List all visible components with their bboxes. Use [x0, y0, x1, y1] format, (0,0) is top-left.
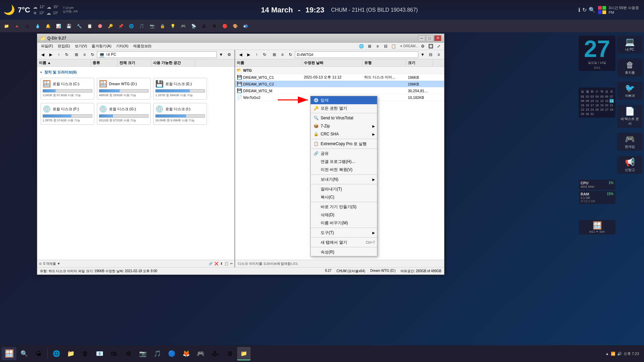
taskbar-game2[interactable]: 🕹: [208, 347, 222, 360]
app-icon-6[interactable]: 📊: [54, 21, 63, 31]
taskbar-terminal[interactable]: 🖥: [223, 347, 236, 360]
taskbar-explorer[interactable]: 📁: [64, 347, 77, 360]
app-icon-13[interactable]: 🌐: [126, 21, 136, 31]
app-icon-20[interactable]: 🖨: [199, 21, 209, 31]
globe-icon[interactable]: 🌐: [358, 43, 365, 50]
file-row-m[interactable]: 💾 DREAM_WTG_M 30,254,81...: [235, 87, 444, 94]
left-view-btn2[interactable]: ≡: [81, 51, 88, 58]
start-button[interactable]: 🪟: [2, 347, 16, 360]
ctx-send-to[interactable]: 보내기(N) ▶: [311, 175, 377, 183]
app-icon-5[interactable]: 🔔: [43, 21, 53, 31]
app-icon-3[interactable]: ⚠: [22, 21, 32, 31]
drive-e[interactable]: 💾 로컬 디스크 (E:) 1.33TB 중 394GB 사용 가능: [153, 78, 207, 100]
desktop-icon-bird[interactable]: 🐦 지뻐귀: [617, 82, 642, 100]
layout-icon[interactable]: 🔲: [427, 43, 434, 50]
menu-file[interactable]: 파일(F): [39, 43, 55, 49]
menu-other[interactable]: 기타(X): [114, 43, 130, 49]
ctx-shortcut[interactable]: 바로 가기 만들기(S): [311, 203, 377, 211]
ctx-tools[interactable]: 도구(T) ▶: [311, 229, 377, 237]
app-icon-22[interactable]: 🔴: [220, 21, 229, 31]
drive-g[interactable]: 💿 로컬 디스크 (G:) 931GB 중 672GB 사용 가능: [97, 103, 151, 125]
ctx-restore[interactable]: 이전 버전 복원(V): [311, 166, 377, 174]
taskbar-clock[interactable]: 오후 7:23: [624, 351, 639, 356]
right-view-btn[interactable]: ⊞: [271, 51, 278, 58]
ctx-crcsha[interactable]: 🔒 CRC SHA ▶: [311, 130, 377, 138]
left-dropdown[interactable]: ▼: [217, 51, 225, 58]
app-icon-19[interactable]: 📡: [189, 21, 198, 31]
right-address-bar[interactable]: D:#WTG#: [295, 51, 418, 58]
ctx-extremecopy[interactable]: 📋 ExtremeCopy Pro 로 실행: [311, 140, 377, 148]
desktop-icon-sinmango[interactable]: 📢 신망고: [617, 156, 642, 174]
taskbar-widget[interactable]: 🌤: [32, 347, 45, 360]
right-up-btn[interactable]: ↑: [253, 51, 260, 58]
taskbar-notification-arrow[interactable]: ▲: [605, 352, 609, 356]
app-icon-14[interactable]: 🎵: [137, 21, 146, 31]
left-options[interactable]: ⚙: [225, 51, 233, 58]
ctx-7zip[interactable]: 📦 7-Zip ▶: [311, 122, 377, 130]
desktop-icon-hangame[interactable]: 🎮 한게임: [617, 133, 642, 151]
app-icon-7[interactable]: 💾: [64, 21, 73, 31]
right-view-btn2[interactable]: ≡: [279, 51, 286, 58]
app-icon-12[interactable]: 📌: [116, 21, 125, 31]
right-view-icons[interactable]: ⊟: [427, 51, 434, 58]
app-icon-17[interactable]: 💡: [168, 21, 177, 31]
taskbar-qdir-active[interactable]: 📁: [237, 347, 251, 360]
right-detail[interactable]: ≡: [435, 51, 442, 58]
taskbar-search[interactable]: 🔍: [17, 347, 31, 360]
app-icon-23[interactable]: 🎨: [230, 21, 240, 31]
left-view-btn[interactable]: ⊞: [73, 51, 80, 58]
left-refresh2[interactable]: ↻: [89, 51, 96, 58]
drive-f[interactable]: 💿 로컬 디스크 (F:) 1.39TB 중 574GB 사용 가능: [41, 103, 94, 125]
ctx-share[interactable]: 🔗 공유: [311, 149, 377, 158]
taskbar-settings[interactable]: ⚙: [122, 347, 135, 360]
ctx-open-all[interactable]: 🔑 모든 권한 열기: [311, 104, 377, 112]
drive-d[interactable]: 🪟 Dream WTG (D:) 489GB 중 283GB 사용 가능: [97, 78, 151, 100]
drive-i[interactable]: 💿 로컬 디스크 (I:) 24.0MB 중 9.09MB 사용 가능: [153, 103, 207, 125]
file-row-c1[interactable]: 💾 DREAM_WTG_C1 2021-03-13 오후 11:12 하드 디스…: [235, 74, 444, 81]
menu-info[interactable]: 제품정보(I): [131, 43, 153, 49]
taskbar-edge[interactable]: 🌐: [50, 347, 63, 360]
file-row-c2[interactable]: 💾 DREAM_WTG_C2 196KB: [235, 81, 444, 87]
app-icon-1[interactable]: 📁: [2, 21, 11, 31]
taskbar-camera[interactable]: 📷: [136, 347, 150, 360]
ctx-new-tab[interactable]: 새 탭에서 열기 Ctrl+T: [311, 238, 377, 246]
ctx-rename[interactable]: 이름 바꾸기(M): [311, 219, 377, 227]
left-back-btn[interactable]: ◀: [39, 51, 46, 58]
desktop-icon-recycle[interactable]: 🗑 휴지통: [617, 59, 642, 77]
taskbar-spotify[interactable]: 🎵: [151, 347, 164, 360]
close-button[interactable]: ✕: [434, 35, 441, 41]
expand-icon[interactable]: ⤢: [435, 43, 442, 50]
right-dropdown[interactable]: ▼: [419, 51, 426, 58]
left-up-btn[interactable]: ↑: [55, 51, 62, 58]
app-icon-2[interactable]: 🔺: [12, 21, 21, 31]
left-refresh-btn[interactable]: ↻: [63, 51, 70, 58]
right-refresh-btn[interactable]: ↻: [261, 51, 268, 58]
ctx-copy[interactable]: 복사(C): [311, 193, 377, 201]
ctx-mount[interactable]: 💿 탑재: [311, 96, 377, 104]
menu-view[interactable]: 보기(V): [73, 43, 89, 49]
view-btn-2[interactable]: ≡: [374, 43, 381, 50]
ctx-properties[interactable]: 속성(R): [311, 248, 377, 256]
ctx-open-with[interactable]: 연결 프로그램(H)...: [311, 158, 377, 166]
app-icon-9[interactable]: 📋: [85, 21, 94, 31]
app-icon-4[interactable]: 💧: [33, 21, 42, 31]
taskbar-chrome[interactable]: 🔵: [165, 347, 178, 360]
left-address-bar[interactable]: 💻 내 PC: [97, 51, 217, 58]
ctx-virustotal[interactable]: 🔍 Send to VirusTotal: [311, 114, 377, 122]
menu-favorites[interactable]: 즐겨찾기(A): [90, 43, 113, 49]
view-btn-3[interactable]: ⊟: [382, 43, 389, 50]
app-icon-11[interactable]: 🔑: [106, 21, 115, 31]
app-icon-16[interactable]: 🔒: [158, 21, 167, 31]
app-icon-24[interactable]: 📬: [241, 21, 250, 31]
taskbar-mail[interactable]: 📧: [93, 347, 106, 360]
right-forward-btn[interactable]: ▶: [245, 51, 252, 58]
app-icon-10[interactable]: 🎯: [95, 21, 105, 31]
minimize-button[interactable]: ─: [418, 35, 425, 41]
app-icon-8[interactable]: 🔧: [74, 21, 84, 31]
drive-c[interactable]: 🪟 로컬 디스크 (C:) 119GB 중 87.6GB 사용 가능: [41, 78, 94, 100]
app-icon-18[interactable]: 🎮: [178, 21, 188, 31]
view-btn-1[interactable]: ⊞: [366, 43, 373, 50]
desktop-icon-mypc[interactable]: 💻 내 PC: [617, 36, 642, 54]
taskbar-store[interactable]: 🛍: [107, 347, 121, 360]
app-icon-21[interactable]: ⚙: [210, 21, 219, 31]
